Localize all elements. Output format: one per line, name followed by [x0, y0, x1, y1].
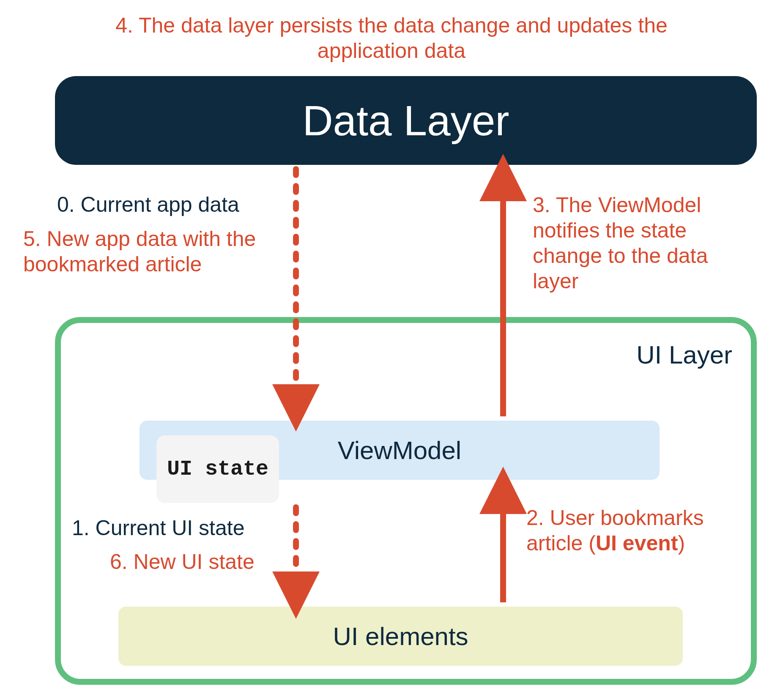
ui-elements-label: UI elements: [333, 622, 468, 651]
diagram-canvas: 4. The data layer persists the data chan…: [0, 0, 783, 700]
annotation-step-2-suffix: ): [678, 531, 685, 555]
viewmodel-label: ViewModel: [338, 436, 461, 465]
data-layer-label: Data Layer: [302, 96, 509, 145]
ui-layer-label: UI Layer: [636, 340, 732, 369]
annotation-step-5: 5. New app data with the bookmarked arti…: [23, 226, 294, 277]
annotation-step-3: 3. The ViewModel notifies the state chan…: [533, 192, 753, 294]
ui-state-box: UI state: [156, 435, 279, 503]
annotation-step-6: 6. New UI state: [110, 550, 255, 574]
ui-elements-box: UI elements: [118, 607, 683, 666]
ui-state-label: UI state: [167, 457, 268, 481]
annotation-step-0: 0. Current app data: [57, 192, 239, 217]
annotation-step-2: 2. User bookmarks article (UI event): [526, 505, 704, 556]
data-layer-box: Data Layer: [55, 76, 757, 165]
annotation-step-4: 4. The data layer persists the data chan…: [96, 13, 687, 63]
annotation-step-2-bold: UI event: [596, 531, 678, 555]
annotation-step-1: 1. Current UI state: [72, 516, 245, 540]
